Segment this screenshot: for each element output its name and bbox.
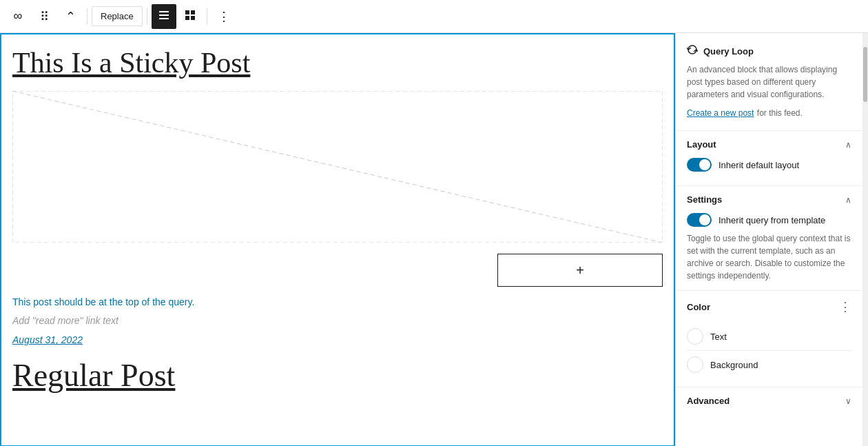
advanced-section-header[interactable]: Advanced ∨ xyxy=(687,396,851,406)
svg-rect-1 xyxy=(159,14,169,16)
grid-view-button[interactable] xyxy=(178,4,203,29)
settings-section-title: Settings xyxy=(687,194,722,205)
svg-rect-3 xyxy=(185,10,189,14)
more-options-icon: ⋮ xyxy=(218,9,230,24)
inherit-query-toggle[interactable] xyxy=(687,213,712,227)
list-view-button[interactable] xyxy=(152,4,176,29)
more-options-button[interactable]: ⋮ xyxy=(211,4,236,29)
toolbar-divider xyxy=(87,8,87,25)
sidebar-content-scroll[interactable]: Query Loop An advanced block that allows… xyxy=(676,33,862,446)
sidebar-scrollbar-thumb xyxy=(863,47,867,102)
svg-rect-6 xyxy=(191,16,195,20)
block-toolbar: ∞ ⠿ ⌃ Replace ⋮ xyxy=(0,0,868,33)
settings-description: Toggle to use the global query context t… xyxy=(687,232,851,282)
post-title: This Is a Sticky Post xyxy=(12,45,663,80)
color-section-title: Color xyxy=(687,302,710,312)
toolbar-divider-3 xyxy=(207,8,207,25)
inherit-layout-toggle[interactable] xyxy=(687,158,712,172)
advanced-chevron-icon: ∨ xyxy=(845,396,851,406)
replace-button[interactable]: Replace xyxy=(92,6,143,26)
sidebar-scrollbar[interactable] xyxy=(862,33,868,446)
editor-content: This Is a Sticky Post + This post should… xyxy=(0,33,675,446)
text-color-circle xyxy=(687,328,703,345)
svg-rect-4 xyxy=(191,10,195,14)
drag-icon-button[interactable]: ⠿ xyxy=(32,4,56,29)
query-loop-header: Query Loop xyxy=(687,44,851,58)
read-more-placeholder: Add "read more" link text xyxy=(12,315,663,326)
background-color-option[interactable]: Background xyxy=(687,351,851,378)
sidebar-scroll-container: Query Loop An advanced block that allows… xyxy=(676,33,868,446)
query-loop-description: An advanced block that allows displaying… xyxy=(687,63,851,101)
background-color-label: Background xyxy=(710,360,758,370)
inherit-layout-label: Inherit default layout xyxy=(719,160,799,170)
drag-icon: ⠿ xyxy=(40,9,49,24)
main-layout: This Is a Sticky Post + This post should… xyxy=(0,33,868,446)
text-color-label: Text xyxy=(710,332,727,342)
svg-rect-2 xyxy=(159,18,169,19)
color-section-header: Color ⋮ xyxy=(687,299,851,314)
layout-chevron-icon: ∧ xyxy=(845,140,851,150)
regular-post-title: Regular Post xyxy=(12,356,663,394)
post-date: August 31, 2022 xyxy=(12,334,663,345)
editor-area: This Is a Sticky Post + This post should… xyxy=(0,33,675,446)
link-icon: ∞ xyxy=(14,9,23,23)
layout-section: Layout ∧ Inherit default layout xyxy=(676,131,862,186)
settings-section: Settings ∧ Inherit query from template T… xyxy=(676,186,862,291)
background-color-circle xyxy=(687,356,703,373)
advanced-section-title: Advanced xyxy=(687,396,730,406)
sidebar-inner: Query Loop An advanced block that allows… xyxy=(676,33,862,414)
query-loop-title: Query Loop xyxy=(703,46,754,57)
color-section: Color ⋮ Text Background xyxy=(676,291,862,387)
svg-rect-5 xyxy=(185,16,189,20)
move-icon-button[interactable]: ⌃ xyxy=(58,4,83,29)
inherit-layout-toggle-row: Inherit default layout xyxy=(687,158,851,172)
add-button-row: + xyxy=(12,254,663,287)
grid-view-icon xyxy=(184,9,196,23)
color-more-options-icon[interactable]: ⋮ xyxy=(839,299,851,314)
create-post-suffix: for this feed. xyxy=(757,108,803,118)
settings-section-header[interactable]: Settings ∧ xyxy=(687,194,851,205)
layout-section-title: Layout xyxy=(687,139,716,150)
svg-rect-0 xyxy=(159,11,169,12)
dashed-placeholder-area xyxy=(12,91,663,243)
settings-chevron-icon: ∧ xyxy=(845,195,851,205)
create-post-link[interactable]: Create a new post xyxy=(687,108,754,118)
inherit-query-toggle-row: Inherit query from template xyxy=(687,213,851,227)
move-icon: ⌃ xyxy=(65,9,76,24)
link-icon-button[interactable]: ∞ xyxy=(6,4,30,29)
advanced-section: Advanced ∨ xyxy=(676,387,862,414)
svg-line-8 xyxy=(12,91,663,243)
sidebar-panel: Query Loop An advanced block that allows… xyxy=(675,33,868,446)
list-view-icon xyxy=(158,9,170,23)
query-loop-section: Query Loop An advanced block that allows… xyxy=(676,33,862,131)
text-color-option[interactable]: Text xyxy=(687,323,851,351)
query-loop-icon xyxy=(687,44,698,58)
inherit-query-label: Inherit query from template xyxy=(719,215,825,225)
post-excerpt: This post should be at the top of the qu… xyxy=(12,295,663,310)
layout-section-header[interactable]: Layout ∧ xyxy=(687,139,851,150)
toolbar-divider-2 xyxy=(147,8,147,25)
add-block-button[interactable]: + xyxy=(497,254,663,287)
